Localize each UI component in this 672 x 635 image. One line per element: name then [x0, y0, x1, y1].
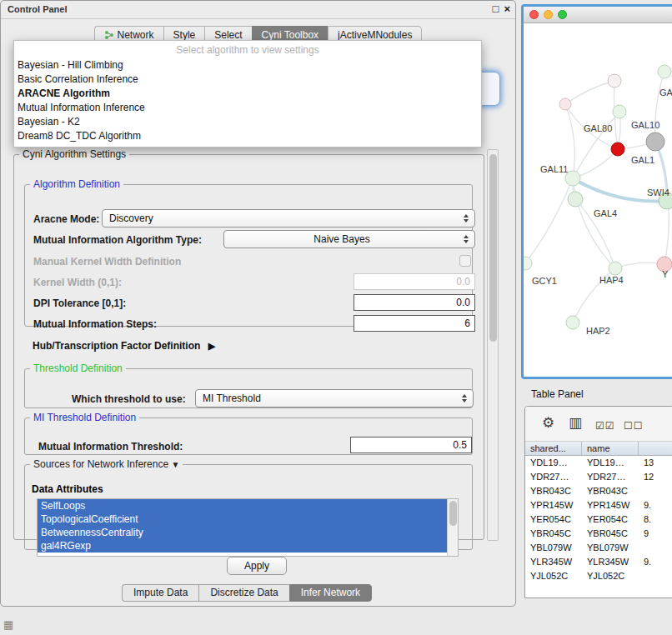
aracne-mode-combobox[interactable]: Discovery	[102, 209, 475, 228]
tab-impute-data[interactable]: Impute Data	[122, 584, 198, 602]
network-edge[interactable]	[565, 81, 614, 104]
table-row[interactable]: YBL079WYBL079W	[525, 541, 672, 555]
settings-scrollbar[interactable]	[487, 149, 499, 541]
mac-minimize-button[interactable]	[544, 10, 553, 19]
algorithm-option-bayesian-k2[interactable]: Bayesian - K2	[14, 115, 481, 129]
network-window-titlebar	[524, 7, 672, 23]
column-selector-icon[interactable]: ▥	[569, 415, 582, 432]
table-cell: 8.	[639, 512, 672, 527]
tab-discretize-data[interactable]: Discretize Data	[198, 584, 288, 602]
table-toolbar: ⚙ ▥ ☑☑ ☐☐	[525, 407, 672, 442]
network-node[interactable]	[609, 262, 622, 275]
table-row[interactable]: YER054CYER054C8.	[525, 512, 672, 527]
network-edge[interactable]	[573, 149, 618, 178]
table-cell: YJL052C	[525, 569, 582, 583]
table-cell: YER054C	[582, 512, 639, 527]
mac-close-button[interactable]	[529, 10, 539, 19]
collapsed-arrow-icon[interactable]: ▶	[208, 341, 215, 352]
manual-kernel-width-checkbox	[459, 255, 471, 267]
mac-zoom-button[interactable]	[558, 10, 567, 19]
network-icon	[104, 30, 114, 40]
table-cell: YLR345W	[582, 555, 639, 569]
network-node[interactable]	[611, 142, 624, 156]
sources-group: Sources for Network Inference ▼ Data Att…	[24, 458, 473, 550]
table-row[interactable]: YDL19…YDL19…13	[525, 456, 672, 470]
table-cell: YBL079W	[525, 541, 582, 555]
network-node[interactable]	[566, 316, 579, 329]
table-row[interactable]: YLR345WYLR345W9.	[525, 555, 672, 569]
network-node[interactable]	[608, 74, 621, 88]
attribute-list-scrollbar-thumb[interactable]	[449, 501, 457, 526]
table-row[interactable]: YBR045CYBR045C9	[525, 527, 672, 541]
apply-button[interactable]: Apply	[227, 557, 287, 575]
aracne-mode-value: Discovery	[103, 212, 459, 224]
mi-threshold-field[interactable]	[350, 437, 472, 453]
mi-steps-field[interactable]	[354, 315, 475, 332]
data-attributes-label: Data Attributes	[32, 483, 103, 495]
cyni-algorithm-settings-group: Cyni Algorithm Settings Algorithm Defini…	[13, 148, 484, 540]
table-row[interactable]: YBR043CYBR043C	[525, 484, 672, 498]
column-header-shared-name[interactable]: shared...	[525, 442, 582, 455]
algorithm-option-dream8[interactable]: Dream8 DC_TDC Algorithm	[14, 129, 481, 143]
algorithm-option-bayesian-hill-climbing[interactable]: Bayesian - Hill Climbing	[14, 58, 481, 72]
table-row[interactable]: YDR27…YDR27…12	[525, 470, 672, 484]
network-node[interactable]	[559, 98, 571, 110]
attribute-list-item[interactable]: TopologicalCoefficient	[38, 512, 447, 526]
hub-transcription-factor-label: Hub/Transcription Factor Definition	[33, 340, 200, 352]
cyni-algorithm-settings-legend: Cyni Algorithm Settings	[19, 148, 129, 160]
network-edge[interactable]	[525, 178, 573, 263]
tab-infer-network[interactable]: Infer Network	[289, 584, 372, 602]
network-node-label: GAL4	[594, 208, 617, 218]
algorithm-definition-group: Algorithm Definition Aracne Mode: Discov…	[24, 178, 473, 327]
network-node[interactable]	[613, 105, 626, 118]
attribute-list-item[interactable]: BetweennessCentrality	[38, 526, 447, 539]
table-cell: YLR345W	[525, 555, 582, 569]
dpi-tolerance-field[interactable]	[354, 294, 475, 311]
table-cell: YBR045C	[582, 527, 639, 541]
deselect-all-icon[interactable]: ☐☐	[624, 418, 644, 434]
table-settings-gear-icon[interactable]: ⚙	[542, 415, 554, 432]
aracne-mode-label: Aracne Mode:	[33, 213, 99, 225]
network-node[interactable]	[646, 132, 664, 151]
network-node-label: GAL80	[584, 123, 612, 133]
network-node[interactable]	[658, 65, 671, 78]
mi-steps-label: Mutual Information Steps:	[33, 318, 157, 330]
algorithm-definition-legend: Algorithm Definition	[30, 178, 123, 190]
column-header-name[interactable]: name	[582, 442, 639, 455]
network-node[interactable]	[568, 192, 583, 207]
which-threshold-combobox[interactable]: MI Threshold	[195, 389, 474, 408]
mi-algorithm-type-label: Mutual Information Algorithm Type:	[33, 234, 202, 246]
mi-algorithm-type-combobox[interactable]: Naive Bayes	[223, 230, 475, 248]
hub-transcription-factor-section[interactable]: Hub/Transcription Factor Definition ▶	[33, 340, 215, 352]
table-panel-window: ⚙ ▥ ☑☑ ☐☐ shared... name YDL19…YDL19…13 …	[524, 406, 672, 598]
tab-style-label: Style	[173, 29, 196, 41]
bottom-left-panel-icon[interactable]: ▦	[3, 618, 13, 631]
table-cell: YDR27…	[582, 470, 639, 484]
attribute-list-scrollbar[interactable]	[447, 499, 458, 556]
settings-scrollbar-thumb[interactable]	[489, 154, 497, 342]
which-threshold-value: MI Threshold	[196, 392, 458, 404]
close-window-icon[interactable]: ×	[504, 2, 510, 16]
algorithm-option-basic-correlation[interactable]: Basic Correlation Inference	[14, 72, 481, 87]
network-node-label: SWI4	[647, 188, 669, 198]
network-node-label: GAL1	[631, 155, 654, 165]
table-cell: YDL19…	[525, 456, 582, 470]
network-canvas[interactable]: GAL80GAL10GAL11GAL1SWI4GAL4GCY1HAP4HAP2G…	[524, 23, 672, 376]
float-window-icon[interactable]: □	[493, 2, 499, 16]
attribute-list-item[interactable]: gal4RGexp	[38, 539, 447, 552]
algorithm-option-aracne[interactable]: ARACNE Algorithm	[14, 87, 481, 101]
table-cell: 13	[639, 456, 672, 470]
table-cell: YPR145W	[582, 498, 639, 512]
network-node[interactable]	[524, 257, 532, 270]
network-edge[interactable]	[655, 72, 664, 142]
table-row[interactable]: YPR145WYPR145W9.	[525, 498, 672, 512]
desktop: Control Panel □ × Network Style	[0, 0, 672, 635]
expanded-arrow-icon[interactable]: ▼	[171, 460, 179, 469]
column-header-extra[interactable]	[639, 442, 672, 455]
tab-jactivemnodules-label: jActiveMNodules	[338, 29, 412, 41]
attribute-list-item[interactable]: SelfLoops	[38, 499, 447, 512]
table-cell: 9.	[639, 555, 672, 569]
algorithm-option-mutual-information[interactable]: Mutual Information Inference	[14, 101, 481, 115]
select-all-icon[interactable]: ☑☑	[595, 418, 615, 434]
table-row[interactable]: YJL052CYJL052C	[525, 569, 672, 583]
